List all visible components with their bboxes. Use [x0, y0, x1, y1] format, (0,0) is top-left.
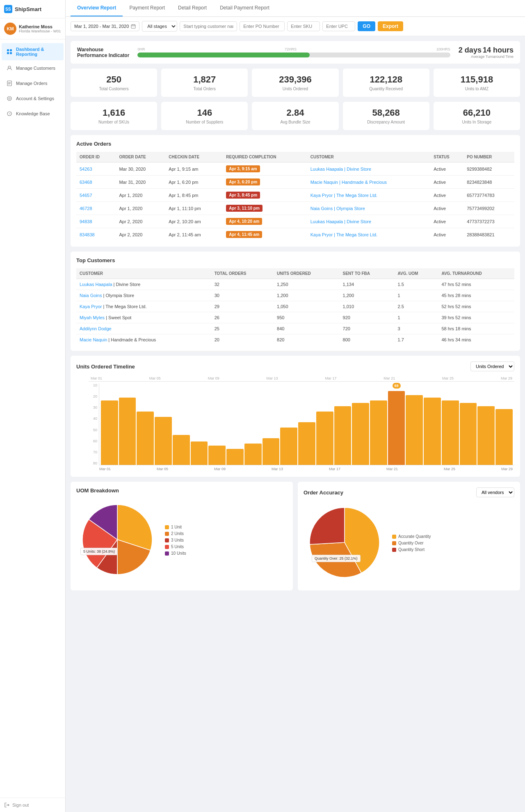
- sidebar-item-knowledge[interactable]: ? Knowledge Base: [2, 106, 64, 121]
- sidebar-item-customers[interactable]: Manage Customers: [2, 61, 64, 75]
- bar[interactable]: [280, 428, 297, 465]
- tab-payment[interactable]: Payment Report: [123, 0, 171, 16]
- bar[interactable]: [352, 403, 369, 465]
- orders-cell: 29: [211, 301, 274, 312]
- col-customer: CUSTOMER: [307, 152, 431, 162]
- tab-overview[interactable]: Overview Report: [71, 0, 123, 16]
- order-id-link[interactable]: 54657: [80, 193, 92, 198]
- stat-units-ordered: 239,396 Units Ordered: [252, 69, 338, 97]
- x-label: Mar 29: [501, 467, 513, 471]
- bar[interactable]: [137, 412, 154, 465]
- sidebar-item-account[interactable]: Account & Settings: [2, 91, 64, 106]
- order-id-link[interactable]: 94838: [80, 219, 92, 224]
- order-id-link[interactable]: 63468: [80, 180, 92, 185]
- tab-detail[interactable]: Detail Report: [171, 0, 213, 16]
- sidebar-item-orders[interactable]: Manage Orders: [2, 76, 64, 91]
- bar[interactable]: [495, 409, 513, 465]
- bar[interactable]: 69: [388, 391, 405, 465]
- bar[interactable]: [477, 406, 495, 465]
- x-label: Mar 13: [272, 467, 283, 471]
- bar[interactable]: [424, 398, 441, 465]
- legend-color: [392, 535, 396, 539]
- pie-slice[interactable]: [310, 508, 345, 544]
- y-axis: 8070605040302010: [89, 383, 99, 465]
- customer-link[interactable]: Naia Goins | Olympia Store: [310, 206, 365, 211]
- bar[interactable]: [406, 395, 423, 465]
- order-date-cell: Mar 31, 2020: [116, 176, 165, 189]
- bar[interactable]: [262, 438, 280, 465]
- customer-link[interactable]: Luukas Haapala: [80, 282, 112, 287]
- bar[interactable]: [155, 417, 172, 465]
- legend-label: Quantity Over: [398, 541, 424, 545]
- sidebar-label-orders: Manage Orders: [16, 81, 47, 86]
- bar[interactable]: [460, 403, 477, 465]
- bar[interactable]: [173, 435, 190, 465]
- customer-link[interactable]: Kaya Pryor | The Mega Store Ltd.: [310, 193, 377, 198]
- go-button[interactable]: GO: [358, 21, 375, 31]
- customer-link[interactable]: Macie Naquin | Handmade & Precious: [310, 180, 387, 185]
- customer-link[interactable]: Naia Goins: [80, 293, 102, 298]
- bar[interactable]: [208, 446, 226, 465]
- stat-avg-bundle: 2.84 Avg Bundle Size: [252, 102, 338, 130]
- legend-label: 1 Unit: [171, 525, 182, 529]
- uom-breakdown-section: UOM Breakdown 5 Units: 38 (24.8%) 1 Unit…: [71, 482, 293, 590]
- order-id-link[interactable]: 834838: [80, 232, 95, 237]
- export-button[interactable]: Export: [378, 21, 403, 31]
- customer-link[interactable]: Miyah Myles: [80, 315, 105, 320]
- date-range-input[interactable]: Mar 1, 2020 - Mar 31, 2020: [71, 21, 139, 31]
- order-id-link[interactable]: 46728: [80, 206, 92, 211]
- tab-detail-payment[interactable]: Detail Payment Report: [213, 0, 276, 16]
- timeline-marker: Mar 29: [501, 376, 512, 380]
- bar[interactable]: [298, 422, 315, 465]
- stats-row-1: 250 Total Customers 1,827 Total Orders 2…: [71, 69, 520, 97]
- signout-button[interactable]: Sign out: [0, 798, 65, 812]
- sidebar-label-account: Account & Settings: [16, 96, 54, 101]
- order-id-cell: 834838: [76, 228, 116, 241]
- stage-select[interactable]: All stages: [142, 21, 177, 32]
- order-id-link[interactable]: 54263: [80, 167, 92, 172]
- orders-cell: 32: [211, 279, 274, 290]
- customer-search-input[interactable]: [180, 21, 237, 31]
- bar[interactable]: [191, 441, 208, 465]
- bar[interactable]: [316, 412, 333, 465]
- table-row: 54657 Apr 1, 2020 Apr 1, 8:45 pm Apr 3, …: [76, 189, 514, 202]
- bar[interactable]: [244, 444, 262, 465]
- accuracy-pie-chart: [304, 501, 386, 583]
- signout-icon: [4, 802, 10, 808]
- uom-cell: 1.5: [395, 279, 438, 290]
- customer-link[interactable]: Luukas Haapala | Divine Store: [310, 219, 371, 224]
- upc-input[interactable]: [322, 21, 355, 31]
- bar[interactable]: [119, 398, 136, 465]
- legend-label: Accurate Quantity: [398, 534, 431, 539]
- legend-item: 2 Units: [165, 531, 186, 536]
- bar[interactable]: [370, 400, 387, 465]
- units-cell: 840: [274, 323, 340, 334]
- customer-cell: Naia Goins | Olympia Store: [76, 290, 211, 301]
- stat-qty-received: 122,128 Quantity Received: [343, 69, 429, 97]
- bar[interactable]: [101, 400, 118, 465]
- customer-link[interactable]: Kaya Pryor: [80, 304, 102, 309]
- sidebar-item-dashboard[interactable]: Dashboard & Reporting: [2, 43, 64, 60]
- bar[interactable]: [442, 400, 459, 465]
- col-required: REQUIRED COMPLETION: [223, 152, 307, 162]
- bar[interactable]: [334, 406, 352, 465]
- customer-link[interactable]: Luukas Haapala | Divine Store: [310, 167, 371, 172]
- status-cell: Active: [430, 162, 463, 176]
- accuracy-select[interactable]: All vendors: [476, 487, 514, 497]
- required-cell: Apr 4, 11:45 am: [223, 228, 307, 241]
- checkin-cell: Apr 1, 11:10 pm: [165, 202, 223, 215]
- customer-link[interactable]: Kaya Pryor | The Mega Store Ltd.: [310, 232, 377, 237]
- uom-pie-chart: [76, 499, 158, 581]
- customer-link[interactable]: Addilynn Dodge: [80, 326, 112, 331]
- legend-label: Quantity Short: [398, 547, 425, 552]
- turnaround-cell: 52 hrs 52 mins: [438, 301, 514, 312]
- customer-link[interactable]: Macie Naquin: [80, 337, 107, 342]
- sku-input[interactable]: [287, 21, 320, 31]
- bar[interactable]: [226, 449, 244, 465]
- required-cell: Apr 3, 8:45 pm: [223, 189, 307, 202]
- timeline-marker: Mar 17: [325, 376, 336, 380]
- status-cell: Active: [430, 189, 463, 202]
- customer-cell: Kaya Pryor | The Mega Store Ltd.: [76, 301, 211, 312]
- po-number-input[interactable]: [240, 21, 285, 31]
- timeline-select[interactable]: Units Ordered: [470, 361, 514, 371]
